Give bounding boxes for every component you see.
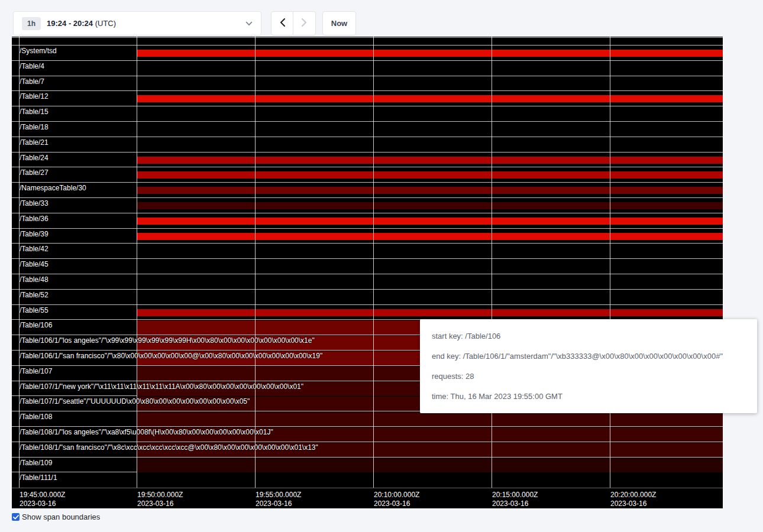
- tooltip-time: time: Thu, 16 Mar 2023 19:55:00 GMT: [432, 391, 745, 401]
- range-duration-badge: 1h: [22, 17, 41, 30]
- span-key-label: /Table/108/1/"san francisco"/"\x8c\xcc\x…: [20, 442, 723, 452]
- span-key-label: /Table/15: [20, 106, 723, 116]
- chevron-left-icon: [280, 18, 285, 28]
- heatmap-span-row[interactable]: /Table/18: [12, 121, 723, 137]
- span-key-label: /Table/55: [20, 305, 723, 314]
- heatmap-span-row[interactable]: /Table/42: [12, 243, 723, 258]
- heatmap-span-row[interactable]: /Table/33: [12, 197, 723, 213]
- heatmap-span-row[interactable]: /Table/48: [12, 274, 723, 289]
- bucket-tooltip: start key: /Table/106 end key: /Table/10…: [420, 319, 757, 413]
- show-span-boundaries-label: Show span boundaries: [22, 512, 100, 521]
- previous-range-button[interactable]: [271, 11, 293, 35]
- span-key-label: /Table/21: [20, 137, 723, 147]
- heatmap-span-row[interactable]: /Table/39: [12, 228, 723, 244]
- span-key-label: /Table/27: [20, 167, 723, 177]
- span-key-label: /Table/33: [20, 198, 723, 207]
- span-key-label: /Table/52: [20, 290, 723, 299]
- heatmap-span-row[interactable]: /Table/52: [12, 289, 723, 304]
- span-key-label: /Table/7: [20, 76, 723, 86]
- heatmap-span-row[interactable]: /Table/15: [12, 106, 723, 121]
- span-key-label: /Table/108/1/"los angeles"/"\xa8\xf5\u00…: [20, 427, 723, 436]
- span-rows: /System/tsd/Table/4/Table/7/Table/12/Tab…: [12, 45, 723, 487]
- chevron-right-icon: [302, 18, 307, 28]
- heatmap-span-row[interactable]: /Table/111/1: [12, 472, 723, 487]
- check-icon: [13, 515, 19, 520]
- span-key-label: /Table/42: [20, 244, 723, 253]
- next-range-button[interactable]: [293, 11, 316, 35]
- time-axis-label: 19:50:00.000Z2023-03-16: [137, 491, 183, 508]
- show-span-boundaries-checkbox[interactable]: [12, 513, 20, 521]
- heatmap-span-row[interactable]: /Table/21: [12, 137, 723, 152]
- heatmap-span-row[interactable]: /Table/12: [12, 90, 723, 106]
- time-axis-label: 20:15:00.000Z2023-03-16: [492, 491, 538, 508]
- span-key-label: /Table/39: [20, 229, 723, 238]
- heatmap-span-row[interactable]: /Table/4: [12, 60, 723, 76]
- heatmap-span-row[interactable]: /Table/55: [12, 304, 723, 320]
- heatmap-span-row[interactable]: /Table/108/1/"los angeles"/"\xa8\xf5\u00…: [12, 426, 723, 442]
- span-key-label: /Table/111/1: [20, 472, 723, 482]
- heatmap-span-row[interactable]: /NamespaceTable/30: [12, 182, 723, 197]
- heatmap-span-row[interactable]: /System/tsd: [12, 45, 723, 60]
- span-key-label: /Table/109: [20, 458, 723, 467]
- tooltip-end-key: end key: /Table/106/1/"amsterdam"/"\xb33…: [432, 351, 745, 361]
- span-key-label: /System/tsd: [20, 46, 723, 55]
- key-visualizer-canvas[interactable]: /System/tsd/Table/4/Table/7/Table/12/Tab…: [12, 37, 723, 508]
- span-key-label: /Table/18: [20, 122, 723, 131]
- heatmap-span-row[interactable]: /Table/36: [12, 213, 723, 228]
- span-key-label: /Table/4: [20, 61, 723, 70]
- time-axis-label: 20:20:00.000Z2023-03-16: [610, 491, 656, 508]
- tooltip-requests: requests: 28: [432, 371, 745, 381]
- heatmap-span-row[interactable]: /Table/108/1/"san francisco"/"\x8c\xcc\x…: [12, 442, 723, 457]
- heatmap-span-row[interactable]: /Table/27: [12, 167, 723, 182]
- chevron-down-icon: [245, 21, 253, 26]
- time-range-selector[interactable]: 1h 19:24 - 20:24 (UTC): [13, 11, 261, 35]
- span-key-label: /Table/45: [20, 259, 723, 268]
- time-axis-label: 19:45:00.000Z2023-03-16: [20, 491, 65, 508]
- range-value: 19:24 - 20:24: [47, 19, 93, 28]
- range-text: 19:24 - 20:24 (UTC): [47, 19, 240, 28]
- range-timezone: (UTC): [95, 19, 116, 28]
- span-key-label: /Table/36: [20, 213, 723, 223]
- time-axis-label: 19:55:00.000Z2023-03-16: [256, 491, 301, 508]
- canvas-top-boundary: [12, 37, 723, 38]
- heatmap-span-row[interactable]: /Table/7: [12, 76, 723, 91]
- span-key-label: /NamespaceTable/30: [20, 183, 723, 192]
- span-key-label: /Table/48: [20, 274, 723, 284]
- now-button[interactable]: Now: [322, 11, 356, 35]
- span-key-label: /Table/12: [20, 91, 723, 100]
- time-toolbar: 1h 19:24 - 20:24 (UTC) Now: [13, 11, 356, 35]
- range-step-buttons: [271, 11, 316, 35]
- heatmap-span-row[interactable]: /Table/24: [12, 152, 723, 167]
- span-boundaries-toggle: Show span boundaries: [12, 512, 100, 521]
- heatmap-span-row[interactable]: /Table/109: [12, 457, 723, 472]
- span-key-label: /Table/24: [20, 153, 723, 162]
- tooltip-start-key: start key: /Table/106: [432, 331, 745, 341]
- time-axis-label: 20:10:00.000Z2023-03-16: [374, 491, 419, 508]
- time-axis: 19:45:00.000Z2023-03-1619:50:00.000Z2023…: [12, 488, 723, 508]
- heatmap-span-row[interactable]: /Table/45: [12, 258, 723, 274]
